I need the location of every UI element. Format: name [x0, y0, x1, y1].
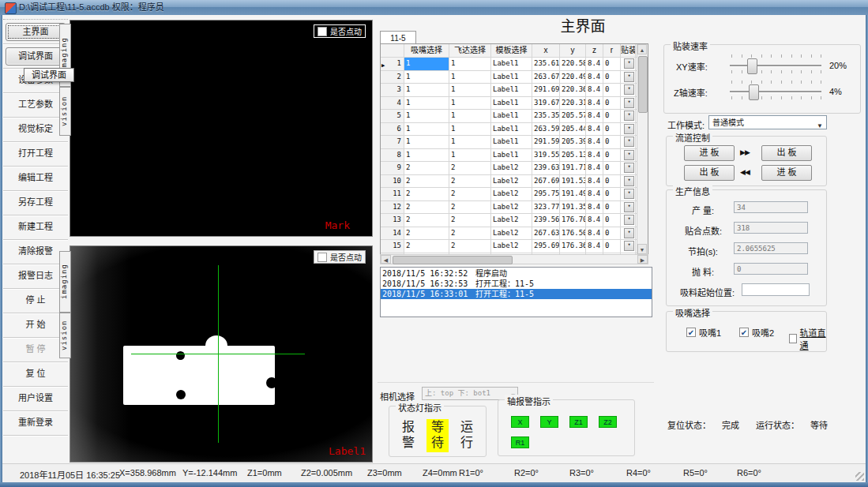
table-cell[interactable]: 205.394 [560, 136, 586, 148]
tab-imaging-bottom[interactable]: imaging [59, 251, 71, 313]
table-cell[interactable]: 8.4 [586, 188, 603, 200]
sidebar-item-vision-calib[interactable]: 视觉标定 [6, 121, 66, 137]
row-header[interactable]: 6 [381, 123, 404, 136]
table-cell[interactable]: 8.4 [586, 97, 603, 110]
checkbox-icon[interactable]: ✔ [686, 328, 696, 337]
table-cell[interactable]: 0 [603, 240, 621, 253]
cell-dropdown[interactable]: ▾ [624, 241, 634, 251]
table-cell[interactable]: 0 [603, 188, 621, 200]
table-cell[interactable]: ▾ [621, 123, 636, 136]
table-cell[interactable]: 295.758 [532, 188, 560, 200]
table-cell[interactable]: Label2 [491, 240, 532, 253]
table-cell[interactable]: Label1 [491, 149, 532, 162]
table-cell[interactable]: 8.4 [586, 227, 603, 240]
row-header[interactable]: 14 [381, 227, 404, 240]
table-cell[interactable]: 8.4 [586, 84, 603, 96]
table-cell[interactable]: 2 [404, 175, 449, 188]
table-cell[interactable]: 291.59 [532, 136, 560, 148]
table-cell[interactable]: Label2 [491, 201, 532, 214]
table-cell[interactable]: 0 [603, 71, 621, 84]
table-cell[interactable]: ▾ [621, 84, 636, 96]
board-in-button-1[interactable]: 进 板 [684, 145, 735, 161]
table-cell[interactable]: 205.578 [560, 110, 586, 122]
table-cell[interactable]: 1 [449, 97, 491, 110]
table-cell[interactable]: Label1 [491, 97, 532, 110]
sidebar-item-saveas-project[interactable]: 另存工程 [6, 194, 66, 211]
table-cell[interactable]: 0 [603, 227, 621, 240]
camera-select-combo[interactable]: 上: top 下: bot1 ▼ [422, 387, 518, 400]
table-cell[interactable]: 1 [449, 84, 491, 96]
table-cell[interactable]: 176.706 [560, 214, 586, 227]
table-cell[interactable]: Label1 [491, 84, 532, 96]
table-cell[interactable]: ▾ [621, 188, 636, 200]
scroll-left-icon[interactable]: ◀ [381, 255, 391, 264]
table-cell[interactable]: 8.4 [586, 136, 603, 148]
board-out-button-2[interactable]: 出 板 [684, 165, 735, 181]
table-cell[interactable]: 8.4 [586, 58, 603, 70]
table-cell[interactable]: 1 [404, 136, 449, 148]
table-cell[interactable]: 191.49 [560, 188, 586, 200]
checkbox-icon[interactable] [318, 27, 327, 36]
sidebar-item-process-params[interactable]: 工艺参数 [6, 96, 66, 113]
table-cell[interactable]: 239.566 [532, 214, 560, 227]
cell-dropdown[interactable]: ▾ [624, 137, 634, 147]
sidebar-item-stop[interactable]: 停 止 [6, 292, 66, 309]
table-cell[interactable]: ▾ [621, 240, 636, 253]
sidebar-item-debug[interactable]: 调试界面 [6, 47, 66, 66]
table-cell[interactable]: 8.4 [586, 175, 603, 188]
table-cell[interactable]: 0 [603, 149, 621, 162]
row-header[interactable]: 8 [381, 149, 404, 162]
table-cell[interactable]: 2 [449, 227, 491, 240]
table-cell[interactable]: 8.4 [586, 240, 603, 253]
row-header[interactable]: 9 [381, 162, 404, 174]
table-cell[interactable]: 0 [603, 175, 621, 188]
table-cell[interactable]: Label1 [491, 71, 532, 84]
cell-dropdown[interactable]: ▾ [624, 111, 634, 121]
table-cell[interactable]: 220.498 [560, 71, 586, 84]
table-cell[interactable]: 1 [449, 110, 491, 122]
table-cell[interactable]: 1 [449, 149, 491, 162]
table-cell[interactable]: ▾ [621, 227, 636, 240]
table-cell[interactable]: 2 [404, 214, 449, 227]
row-header[interactable]: 2 [381, 71, 404, 84]
table-cell[interactable]: 323.774 [532, 201, 560, 214]
table-cell[interactable]: 1 [404, 123, 449, 136]
table-cell[interactable]: 1 [404, 84, 449, 96]
sidebar-item-main[interactable]: 主界面 [6, 23, 66, 41]
table-cell[interactable]: 8.4 [586, 162, 603, 174]
table-cell[interactable]: 291.694 [532, 84, 560, 96]
table-cell[interactable]: 2 [449, 162, 491, 174]
row-header[interactable]: 15 [381, 240, 404, 253]
table-cell[interactable]: Label2 [491, 214, 532, 227]
table-cell[interactable]: 8.4 [586, 71, 603, 84]
table-cell[interactable]: 0 [603, 214, 621, 227]
table-cell[interactable]: 2 [449, 201, 491, 214]
table-cell[interactable]: 8.4 [586, 214, 603, 227]
table-cell[interactable]: 267.694 [532, 175, 560, 188]
table-cell[interactable]: 319.55 [532, 149, 560, 162]
table-cell[interactable]: 0 [603, 123, 621, 136]
table-cell[interactable]: 220.314 [560, 97, 586, 110]
work-mode-combo[interactable]: 普通模式 ▼ [708, 115, 827, 129]
sidebar-item-pause[interactable]: 暂 停 [6, 341, 66, 358]
table-cell[interactable]: 8.4 [586, 149, 603, 162]
table-cell[interactable]: Label1 [491, 123, 532, 136]
cell-dropdown[interactable]: ▾ [624, 215, 634, 225]
table-cell[interactable]: Label1 [491, 136, 532, 148]
cell-dropdown[interactable]: ▾ [624, 189, 634, 199]
table-cell[interactable]: Label1 [491, 110, 532, 122]
row-header[interactable]: 11 [381, 188, 404, 200]
checkbox-2[interactable]: ✔吸嘴2 [739, 326, 774, 339]
sidebar-item-new-project[interactable]: 新建工程 [6, 219, 66, 235]
table-cell[interactable]: 0 [603, 84, 621, 96]
table-cell[interactable]: 235.614 [532, 58, 560, 70]
table-cell[interactable]: ▾ [621, 97, 636, 110]
table-cell[interactable]: 235.358 [532, 110, 560, 122]
row-header[interactable]: 5 [381, 110, 404, 122]
table-cell[interactable]: ▾ [621, 136, 636, 148]
jog-checkbox-top[interactable]: 是否点动 [314, 24, 366, 38]
sidebar-item-start[interactable]: 开 始 [6, 317, 66, 333]
table-cell[interactable]: 8.4 [586, 123, 603, 136]
z-speed-slider[interactable] [730, 91, 821, 92]
table-cell[interactable]: 176.362 [560, 240, 586, 253]
